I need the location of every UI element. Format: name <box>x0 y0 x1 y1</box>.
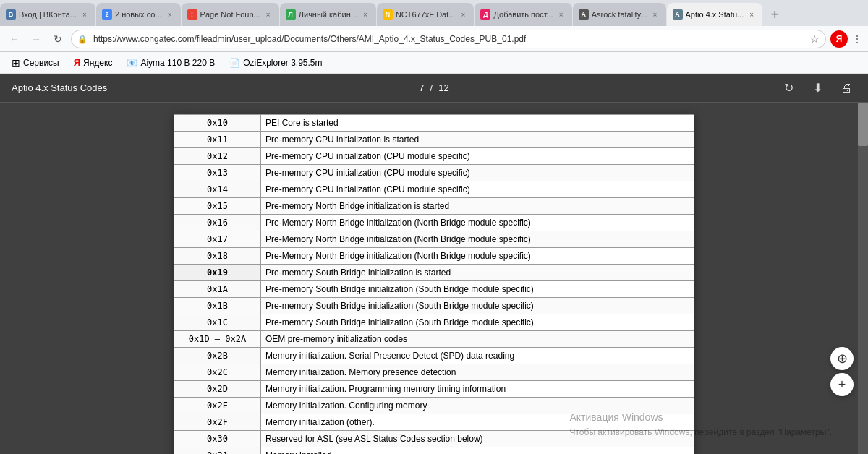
bookmark-star-icon[interactable]: ☆ <box>810 33 820 45</box>
pdf-content: 0x10PEI Core is started0x11Pre-memory CP… <box>0 103 868 454</box>
zoom-in-button[interactable]: ⊕ <box>830 347 854 370</box>
table-row: 0x2CMemory initialization. Memory presen… <box>174 364 694 381</box>
table-row: 0x18Pre-Memory North Bridge initializati… <box>174 248 694 265</box>
pdf-page-separator: / <box>430 82 433 93</box>
tab-close-dobavit[interactable]: × <box>556 9 566 20</box>
ozi-label: OziExplorer 3.95.5m <box>243 58 322 68</box>
apps-button[interactable]: ⊞ Сервисы <box>6 56 65 70</box>
tab-notfound[interactable]: !Page Not Foun...× <box>182 3 279 26</box>
status-code-cell: 0x2B <box>174 348 261 364</box>
yandex-bookmark-icon: Я <box>74 57 80 68</box>
table-row: 0x11Pre-memory CPU initialization is sta… <box>174 132 694 148</box>
tab-new[interactable]: 22 новых со...× <box>96 3 181 26</box>
bookmark-aiyma[interactable]: 📧 Аiyma 110 В 220 В <box>121 56 221 69</box>
bookmark-yandex[interactable]: Я Яндекс <box>68 56 119 69</box>
email-icon: 📧 <box>127 58 137 68</box>
tab-title-vk: Вход | ВКонта... <box>19 10 77 19</box>
pdf-page-total: 12 <box>438 82 448 93</box>
forward-button[interactable]: → <box>27 30 45 48</box>
bookmark-ozi[interactable]: 📄 OziExplorer 3.95.5m <box>224 56 328 69</box>
status-desc-cell: Pre-Memory North Bridge initialization (… <box>261 231 694 248</box>
address-input[interactable]: 🔒 https://www.congatec.com/fileadmin/use… <box>71 30 826 48</box>
zoom-out-button[interactable]: + <box>830 373 854 396</box>
pdf-page: 0x10PEI Core is started0x11Pre-memory CP… <box>174 114 694 454</box>
status-code-cell: 0x17 <box>174 231 261 248</box>
pdf-refresh-button[interactable]: ↻ <box>778 78 799 98</box>
refresh-button[interactable]: ↻ <box>49 30 67 48</box>
tab-close-kabinet[interactable]: × <box>360 9 370 20</box>
status-code-cell: 0x18 <box>174 248 261 265</box>
status-code-cell: 0x13 <box>174 165 261 181</box>
tab-aptio[interactable]: AAptio 4.x Statu...× <box>667 3 763 26</box>
tab-favicon-vk: В <box>6 9 16 20</box>
tab-close-asrock[interactable]: × <box>650 9 660 20</box>
status-code-cell: 0x2E <box>174 398 261 414</box>
scrollbar-thumb[interactable] <box>858 103 868 146</box>
status-desc-cell: Memory initialization. Serial Presence D… <box>261 348 694 364</box>
extensions-icon[interactable]: ⋮ <box>852 33 862 45</box>
status-desc-cell: Memory Installed <box>261 447 694 455</box>
status-code-cell: 0x16 <box>174 215 261 231</box>
tab-title-nct: NCT677xF Dat... <box>396 10 456 19</box>
status-desc-cell: Pre-memory South Bridge initialization (… <box>261 314 694 331</box>
zoom-controls: ⊕ + <box>830 347 854 396</box>
table-row: 0x19Pre-memory South Bridge initializati… <box>174 265 694 281</box>
status-desc-cell: Pre-memory CPU initialization (CPU modul… <box>261 181 694 198</box>
apps-label: Сервисы <box>23 58 59 68</box>
status-desc-cell: Pre-memory South Bridge initialization i… <box>261 265 694 281</box>
status-code-cell: 0x10 <box>174 115 261 132</box>
pdf-download-button[interactable]: ⬇ <box>807 78 827 98</box>
status-desc-cell: Pre-memory South Bridge initialization (… <box>261 281 694 298</box>
status-code-cell: 0x30 <box>174 431 261 447</box>
tab-close-vk[interactable]: × <box>80 9 90 20</box>
lock-icon: 🔒 <box>77 34 88 43</box>
tab-kabinet[interactable]: ЛЛичный кабин...× <box>280 3 376 26</box>
yandex-icon[interactable]: Я <box>830 30 848 48</box>
tab-close-new[interactable]: × <box>165 9 175 20</box>
status-desc-cell: Pre-memory CPU initialization is started <box>261 132 694 148</box>
status-desc-cell: Pre-memory North Bridge initialization i… <box>261 198 694 215</box>
status-desc-cell: Memory initialization. Configuring memor… <box>261 398 694 414</box>
table-row: 0x10PEI Core is started <box>174 115 694 132</box>
back-button[interactable]: ← <box>6 30 23 48</box>
status-desc-cell: Memory initialization. Programming memor… <box>261 381 694 398</box>
status-desc-cell: Pre-Memory North Bridge initialization (… <box>261 215 694 231</box>
status-codes-table: 0x10PEI Core is started0x11Pre-memory CP… <box>174 114 694 454</box>
aiyma-label: Аiyma 110 В 220 В <box>140 58 215 68</box>
status-desc-cell: OEM pre-memory initialization codes <box>261 331 694 348</box>
status-desc-cell: Memory initialization (other). <box>261 414 694 431</box>
pdf-actions: ↻ ⬇ 🖨 <box>778 78 856 98</box>
table-row: 0x2BMemory initialization. Serial Presen… <box>174 348 694 364</box>
status-code-cell: 0x31 <box>174 447 261 455</box>
pdf-page-current: 7 <box>419 82 424 93</box>
table-row: 0x16Pre-Memory North Bridge initializati… <box>174 215 694 231</box>
tab-favicon-notfound: ! <box>187 9 197 20</box>
table-row: 0x2DMemory initialization. Programming m… <box>174 381 694 398</box>
status-code-cell: 0x12 <box>174 148 261 165</box>
tab-close-notfound[interactable]: × <box>263 9 273 20</box>
tab-close-nct[interactable]: × <box>458 9 468 20</box>
tab-nct[interactable]: NNCT677xF Dat...× <box>377 3 475 26</box>
status-desc-cell: Pre-memory South Bridge initialization (… <box>261 298 694 314</box>
tab-dobavit[interactable]: ДДобавить пост...× <box>475 3 571 26</box>
pdf-print-button[interactable]: 🖨 <box>836 78 856 98</box>
tab-close-aptio[interactable]: × <box>746 9 757 20</box>
scrollbar-track[interactable] <box>858 103 868 454</box>
tab-title-kabinet: Личный кабин... <box>299 10 357 19</box>
new-tab-button[interactable]: + <box>763 3 786 26</box>
status-desc-cell: Reserved for ASL (see ASL Status Codes s… <box>261 431 694 447</box>
status-code-cell: 0x1B <box>174 298 261 314</box>
table-row: 0x13Pre-memory CPU initialization (CPU m… <box>174 165 694 181</box>
tab-favicon-nct: N <box>383 9 393 20</box>
table-row: 0x1BPre-memory South Bridge initializati… <box>174 298 694 314</box>
tab-title-notfound: Page Not Foun... <box>200 10 260 19</box>
status-code-cell: 0x14 <box>174 181 261 198</box>
tab-vk[interactable]: ВВход | ВКонта...× <box>0 3 95 26</box>
pdf-title: Aptio 4.x Status Codes <box>12 82 778 93</box>
table-row: 0x15Pre-memory North Bridge initializati… <box>174 198 694 215</box>
status-desc-cell: Pre-memory CPU initialization (CPU modul… <box>261 165 694 181</box>
tab-asrock[interactable]: AAsrock fatality...× <box>573 3 666 26</box>
status-desc-cell: Memory initialization. Memory presence d… <box>261 364 694 381</box>
table-row: 0x14Pre-memory CPU initialization (CPU m… <box>174 181 694 198</box>
table-row: 0x1APre-memory South Bridge initializati… <box>174 281 694 298</box>
